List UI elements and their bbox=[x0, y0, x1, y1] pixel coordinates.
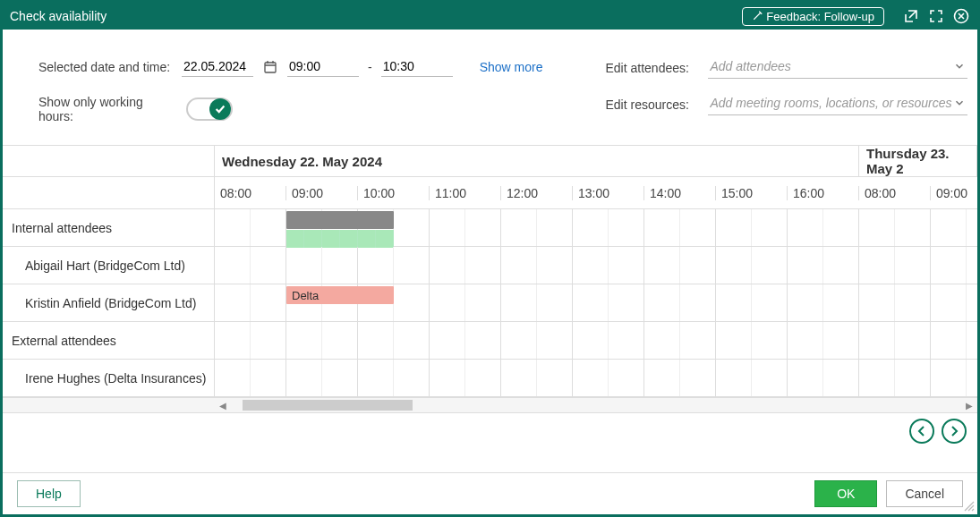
row-label: Irene Hughes (Delta Insurances) bbox=[3, 360, 215, 396]
row-cells: Delta bbox=[215, 284, 977, 321]
attendee-row: Kristin Anfield (BridgeCom Ltd)Delta bbox=[3, 284, 977, 322]
close-icon[interactable] bbox=[952, 7, 970, 25]
nav-arrows bbox=[3, 413, 977, 444]
hour-header: 14:00 bbox=[644, 186, 716, 200]
working-hours-row: Show only working hours: bbox=[38, 95, 542, 123]
datetime-row: Selected date and time: - Show more bbox=[38, 56, 542, 77]
attendee-row: Abigail Hart (BridgeCom Ltd) bbox=[3, 247, 977, 284]
resize-grip-icon[interactable] bbox=[963, 500, 976, 513]
attendee-row: Irene Hughes (Delta Insurances) bbox=[3, 360, 977, 397]
edit-attendees-label: Edit attendees: bbox=[605, 61, 699, 75]
hour-header: 09:00 bbox=[286, 186, 358, 200]
row-label: Internal attendees bbox=[3, 209, 215, 246]
controls-area: Selected date and time: - Show more Show… bbox=[3, 30, 977, 123]
hour-header: 13:00 bbox=[573, 186, 644, 200]
group-row: Internal attendees bbox=[3, 209, 977, 247]
group-row: External attendees bbox=[3, 322, 977, 360]
day2-header: Thursday 23. May 2 bbox=[859, 146, 977, 176]
attendees-placeholder: Add attendees bbox=[710, 59, 790, 73]
hour-header: 15:00 bbox=[716, 186, 788, 200]
hour-header: 16:00 bbox=[788, 186, 859, 200]
cancel-button[interactable]: Cancel bbox=[886, 480, 963, 507]
calendar-icon[interactable] bbox=[262, 59, 278, 75]
scroll-left-icon[interactable]: ◀ bbox=[215, 398, 231, 412]
working-hours-label: Show only working hours: bbox=[38, 95, 177, 123]
hour-header: 11:00 bbox=[430, 186, 501, 200]
calendar: Wednesday 22. May 2024 Thursday 23. May … bbox=[3, 145, 977, 472]
chevron-down-icon bbox=[953, 60, 966, 72]
attendees-input[interactable]: Add attendees bbox=[708, 56, 967, 79]
resources-row: Edit resources: Add meeting rooms, locat… bbox=[605, 93, 967, 115]
day-header-row: Wednesday 22. May 2024 Thursday 23. May … bbox=[3, 145, 977, 177]
row-label: External attendees bbox=[3, 322, 215, 359]
availability-segments bbox=[286, 230, 394, 248]
scroll-thumb[interactable] bbox=[243, 400, 413, 411]
row-cells bbox=[215, 247, 977, 284]
edit-resources-label: Edit resources: bbox=[605, 97, 699, 112]
feedback-button[interactable]: Feedback: Follow-up bbox=[742, 7, 884, 26]
date-input[interactable] bbox=[182, 56, 253, 77]
time-end-input[interactable] bbox=[381, 56, 453, 77]
horizontal-scrollbar[interactable]: ◀ ▶ bbox=[3, 397, 977, 413]
titlebar: Check availability Feedback: Follow-up bbox=[3, 3, 977, 30]
hour-header: 10:00 bbox=[358, 186, 430, 200]
date-label: Selected date and time: bbox=[38, 60, 173, 74]
show-more-link[interactable]: Show more bbox=[480, 60, 543, 74]
availability-window: Check availability Feedback: Follow-up S… bbox=[0, 0, 980, 517]
ok-button[interactable]: OK bbox=[814, 480, 877, 507]
footer: Help OK Cancel bbox=[3, 472, 977, 514]
time-start-input[interactable] bbox=[287, 56, 359, 77]
feedback-label: Feedback: Follow-up bbox=[766, 10, 874, 23]
window-title: Check availability bbox=[10, 9, 107, 23]
check-icon bbox=[209, 98, 231, 120]
meeting-block[interactable] bbox=[286, 211, 394, 229]
hour-header: 08:00 bbox=[215, 186, 286, 200]
row-label: Kristin Anfield (BridgeCom Ltd) bbox=[3, 284, 215, 321]
chevron-down-icon bbox=[953, 97, 966, 109]
resources-placeholder: Add meeting rooms, locations, or resourc… bbox=[710, 96, 951, 110]
event-block[interactable]: Delta bbox=[286, 286, 394, 304]
scroll-track[interactable] bbox=[231, 400, 961, 411]
next-day-button[interactable] bbox=[942, 419, 967, 444]
row-label: Abigail Hart (BridgeCom Ltd) bbox=[3, 247, 215, 284]
scroll-right-icon[interactable]: ▶ bbox=[961, 398, 977, 412]
row-cells bbox=[215, 360, 977, 396]
left-controls: Selected date and time: - Show more Show… bbox=[38, 56, 542, 123]
day1-header: Wednesday 22. May 2024 bbox=[215, 146, 859, 176]
attendees-row: Edit attendees: Add attendees bbox=[605, 56, 967, 79]
hour-header: 09:00 bbox=[931, 186, 977, 200]
row-cells bbox=[215, 322, 977, 359]
working-hours-toggle[interactable] bbox=[186, 97, 233, 121]
prev-day-button[interactable] bbox=[909, 419, 934, 444]
fullscreen-icon[interactable] bbox=[927, 7, 945, 25]
hour-header: 08:00 bbox=[859, 186, 931, 200]
hour-header-row: 08:0009:0010:0011:0012:0013:0014:0015:00… bbox=[3, 177, 977, 209]
svg-rect-1 bbox=[265, 63, 276, 72]
help-button[interactable]: Help bbox=[17, 480, 81, 507]
row-cells bbox=[215, 209, 977, 246]
time-dash: - bbox=[368, 60, 372, 74]
resources-input[interactable]: Add meeting rooms, locations, or resourc… bbox=[708, 93, 967, 115]
popout-icon[interactable] bbox=[902, 7, 920, 25]
grid-body: Internal attendeesAbigail Hart (BridgeCo… bbox=[3, 209, 977, 397]
wand-icon bbox=[752, 11, 763, 21]
hour-header: 12:00 bbox=[501, 186, 573, 200]
right-controls: Edit attendees: Add attendees Edit resou… bbox=[605, 56, 967, 123]
